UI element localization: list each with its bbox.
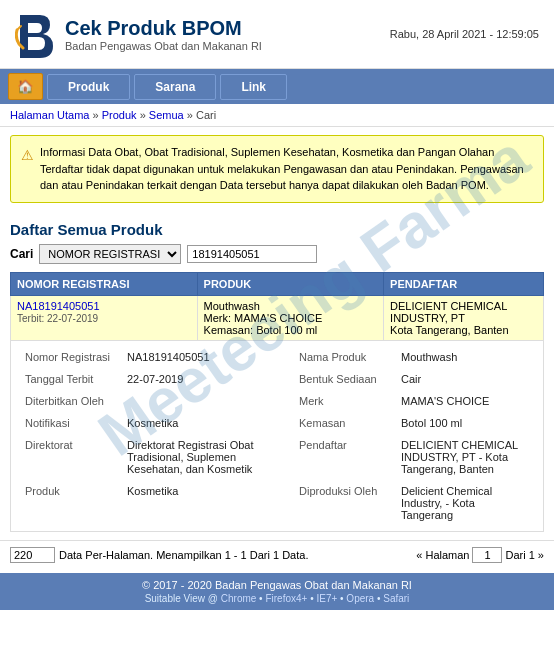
- home-button[interactable]: 🏠: [8, 73, 43, 100]
- breadcrumb: Halaman Utama » Produk » Semua » Cari: [0, 104, 554, 127]
- col-produk: PRODUK: [197, 272, 384, 295]
- detail-label-notifikasi: Notifikasi: [19, 413, 119, 433]
- detail-value-namaproduk: Mouthwash: [395, 347, 535, 367]
- detail-label-pendaftar: Pendaftar: [293, 435, 393, 479]
- nav-produk[interactable]: Produk: [47, 74, 130, 100]
- detail-value-bentuks: Cair: [395, 369, 535, 389]
- detail-value-diterbitkan: [121, 391, 291, 411]
- data-table: NOMOR REGISTRASI PRODUK PENDAFTAR NA1819…: [10, 272, 544, 532]
- page-nav: « Halaman Dari 1 »: [416, 547, 544, 563]
- warning-text: Informasi Data Obat, Obat Tradisional, S…: [40, 144, 533, 194]
- footer-firefox[interactable]: Firefox4+: [265, 593, 307, 604]
- produk-name: Mouthwash: [204, 300, 260, 312]
- header-datetime: Rabu, 28 April 2021 - 12:59:05: [390, 28, 539, 40]
- page-number-input[interactable]: [472, 547, 502, 563]
- detail-label-namaproduk: Nama Produk: [293, 347, 393, 367]
- footer: © 2017 - 2020 Badan Pengawas Obat dan Ma…: [0, 573, 554, 610]
- nav-link[interactable]: Link: [220, 74, 287, 100]
- table-row: NA18191405051 Terbit: 22-07-2019 Mouthwa…: [11, 295, 544, 340]
- detail-label-produk: Produk: [19, 481, 119, 525]
- breadcrumb-home[interactable]: Halaman Utama: [10, 109, 89, 121]
- pagination-info: Data Per-Halaman. Menampilkan 1 - 1 Dari…: [59, 549, 412, 561]
- search-label: Cari: [10, 247, 33, 261]
- halaman-label: « Halaman: [416, 549, 469, 561]
- main-content: Daftar Semua Produk Cari NOMOR REGISTRAS…: [0, 211, 554, 536]
- detail-label-merk: Merk: [293, 391, 393, 411]
- detail-value-diproduksi: Delicient Chemical Industry, - Kota Tang…: [395, 481, 535, 525]
- search-row: Cari NOMOR REGISTRASI NAMA PRODUK MERK P…: [10, 244, 544, 264]
- kemasan-value-short: Botol 100 ml: [256, 324, 317, 336]
- merk-value: MAMA'S CHOICE: [234, 312, 322, 324]
- detail-row: Nomor Registrasi NA18191405051 Nama Prod…: [11, 340, 544, 531]
- pendaftar-name: DELICIENT CHEMICAL INDUSTRY, PT: [390, 300, 507, 324]
- kemasan-label-short: Kemasan:: [204, 324, 254, 336]
- warning-icon: ⚠: [21, 145, 34, 194]
- detail-value-nomreg: NA18191405051: [121, 347, 291, 367]
- app-title: Cek Produk BPOM: [65, 17, 262, 40]
- nav-bar: 🏠 Produk Sarana Link: [0, 69, 554, 104]
- detail-label-diproduksi: Diproduksi Oleh: [293, 481, 393, 525]
- col-pendaftar: PENDAFTAR: [384, 272, 544, 295]
- col-nomor-registrasi: NOMOR REGISTRASI: [11, 272, 198, 295]
- nav-sarana[interactable]: Sarana: [134, 74, 216, 100]
- detail-value-produk: Kosmetika: [121, 481, 291, 525]
- breadcrumb-produk[interactable]: Produk: [102, 109, 137, 121]
- detail-value-direktorat: Direktorat Registrasi Obat Tradisional, …: [121, 435, 291, 479]
- dari-label: Dari 1 »: [505, 549, 544, 561]
- per-page-input[interactable]: [10, 547, 55, 563]
- detail-inner-table: Nomor Registrasi NA18191405051 Nama Prod…: [17, 345, 537, 527]
- app-subtitle: Badan Pengawas Obat dan Makanan RI: [65, 40, 262, 52]
- reg-number-link[interactable]: NA18191405051: [17, 300, 100, 312]
- detail-label-kemasan: Kemasan: [293, 413, 393, 433]
- pagination-row: Data Per-Halaman. Menampilkan 1 - 1 Dari…: [0, 540, 554, 569]
- cell-reg-number: NA18191405051 Terbit: 22-07-2019: [11, 295, 198, 340]
- detail-label-nomreg: Nomor Registrasi: [19, 347, 119, 367]
- detail-cell: Nomor Registrasi NA18191405051 Nama Prod…: [11, 340, 544, 531]
- merk-label: Merk:: [204, 312, 232, 324]
- footer-opera[interactable]: Opera: [346, 593, 374, 604]
- footer-links: Suitable View @ Chrome • Firefox4+ • IE7…: [6, 593, 548, 604]
- detail-value-notifikasi: Kosmetika: [121, 413, 291, 433]
- footer-copyright: © 2017 - 2020 Badan Pengawas Obat dan Ma…: [6, 579, 548, 591]
- header: Cek Produk BPOM Badan Pengawas Obat dan …: [0, 0, 554, 69]
- bpom-logo: [15, 10, 55, 58]
- footer-safari[interactable]: Safari: [383, 593, 409, 604]
- cell-pendaftar: DELICIENT CHEMICAL INDUSTRY, PT Kota Tan…: [384, 295, 544, 340]
- terbit-date: Terbit: 22-07-2019: [17, 313, 98, 324]
- detail-value-kemasan: Botol 100 ml: [395, 413, 535, 433]
- detail-value-pendaftar: DELICIENT CHEMICAL INDUSTRY, PT - Kota T…: [395, 435, 535, 479]
- cell-produk: Mouthwash Merk: MAMA'S CHOICE Kemasan: B…: [197, 295, 384, 340]
- detail-label-direktorat: Direktorat: [19, 435, 119, 479]
- detail-label-bentuks: Bentuk Sediaan: [293, 369, 393, 389]
- detail-value-tglterbit: 22-07-2019: [121, 369, 291, 389]
- search-input[interactable]: [187, 245, 317, 263]
- detail-value-merk: MAMA'S CHOICE: [395, 391, 535, 411]
- warning-box: ⚠ Informasi Data Obat, Obat Tradisional,…: [10, 135, 544, 203]
- detail-label-tglterbit: Tanggal Terbit: [19, 369, 119, 389]
- section-title: Daftar Semua Produk: [10, 221, 544, 238]
- breadcrumb-semua[interactable]: Semua: [149, 109, 184, 121]
- home-icon: 🏠: [17, 79, 34, 94]
- footer-ie[interactable]: IE7+: [316, 593, 337, 604]
- pendaftar-location: Kota Tangerang, Banten: [390, 324, 508, 336]
- detail-label-diterbitkan: Diterbitkan Oleh: [19, 391, 119, 411]
- footer-chrome[interactable]: Chrome: [221, 593, 257, 604]
- search-type-select[interactable]: NOMOR REGISTRASI NAMA PRODUK MERK PENDAF…: [39, 244, 181, 264]
- footer-links-label: Suitable View @: [145, 593, 218, 604]
- breadcrumb-cari: Cari: [196, 109, 216, 121]
